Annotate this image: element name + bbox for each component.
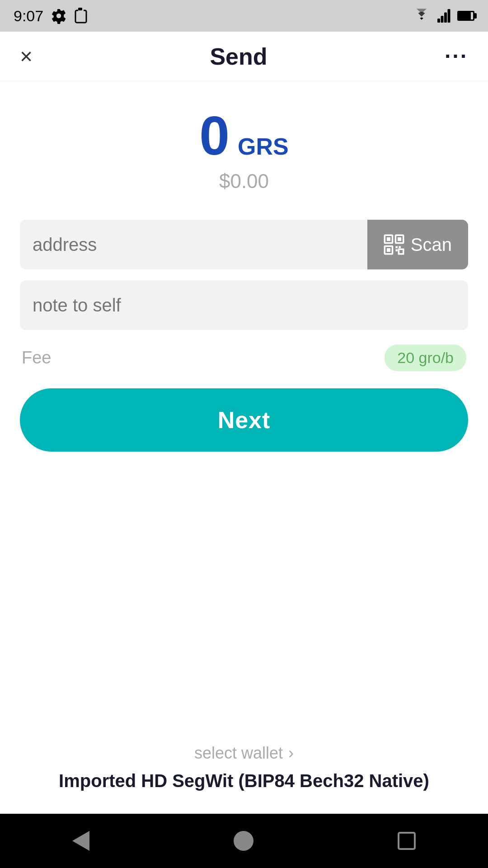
svg-rect-16 [399, 249, 403, 254]
sim-icon [74, 8, 88, 24]
fee-label: Fee [22, 348, 51, 368]
nav-home-button[interactable] [234, 831, 253, 851]
select-wallet-label: select wallet [194, 744, 283, 763]
svg-rect-8 [387, 237, 390, 241]
next-button[interactable]: Next [20, 388, 468, 452]
battery-icon [457, 11, 474, 21]
amount-row: 0 GRS [199, 108, 288, 163]
svg-rect-6 [448, 9, 450, 23]
wallet-name: Imported HD SegWit (BIP84 Bech32 Native) [59, 771, 429, 791]
amount-fiat: $0.00 [219, 170, 269, 193]
svg-rect-4 [441, 16, 444, 23]
status-right [412, 9, 474, 23]
status-time: 9:07 [14, 7, 43, 25]
note-input[interactable] [20, 280, 468, 330]
page-title: Send [210, 43, 267, 70]
svg-rect-10 [398, 237, 401, 241]
chevron-right-icon: › [288, 744, 294, 763]
address-field-container: Scan [20, 220, 468, 269]
scan-button-label: Scan [411, 235, 452, 255]
address-input[interactable] [20, 220, 367, 269]
svg-rect-12 [387, 248, 390, 252]
signal-icon [437, 9, 451, 23]
nav-recent-button[interactable] [398, 832, 416, 850]
app-header: × Send ··· [0, 32, 488, 81]
svg-rect-13 [395, 246, 398, 248]
svg-rect-2 [78, 8, 82, 10]
amount-currency: GRS [238, 133, 289, 160]
more-menu-button[interactable]: ··· [445, 44, 468, 69]
status-left: 9:07 [14, 7, 88, 25]
form-section: Scan Fee 20 gro/b [0, 211, 488, 375]
nav-bar [0, 814, 488, 868]
fee-row: Fee 20 gro/b [20, 341, 468, 375]
qr-icon [384, 234, 404, 255]
svg-rect-5 [444, 13, 447, 23]
status-bar: 9:07 [0, 0, 488, 32]
select-wallet-row[interactable]: select wallet › [194, 744, 294, 763]
scan-button[interactable]: Scan [367, 220, 468, 269]
gear-icon [51, 8, 67, 24]
close-button[interactable]: × [20, 46, 33, 67]
svg-rect-0 [75, 10, 86, 23]
svg-rect-14 [399, 246, 401, 248]
amount-value: 0 [199, 108, 230, 163]
next-button-container: Next [0, 375, 488, 452]
nav-back-button[interactable] [72, 831, 89, 851]
wifi-icon [412, 9, 431, 23]
svg-rect-3 [437, 19, 440, 23]
svg-rect-15 [395, 249, 398, 251]
spacer [0, 452, 488, 730]
wallet-section: select wallet › Imported HD SegWit (BIP8… [0, 730, 488, 814]
fee-badge: 20 gro/b [385, 344, 466, 371]
amount-section: 0 GRS $0.00 [0, 81, 488, 211]
